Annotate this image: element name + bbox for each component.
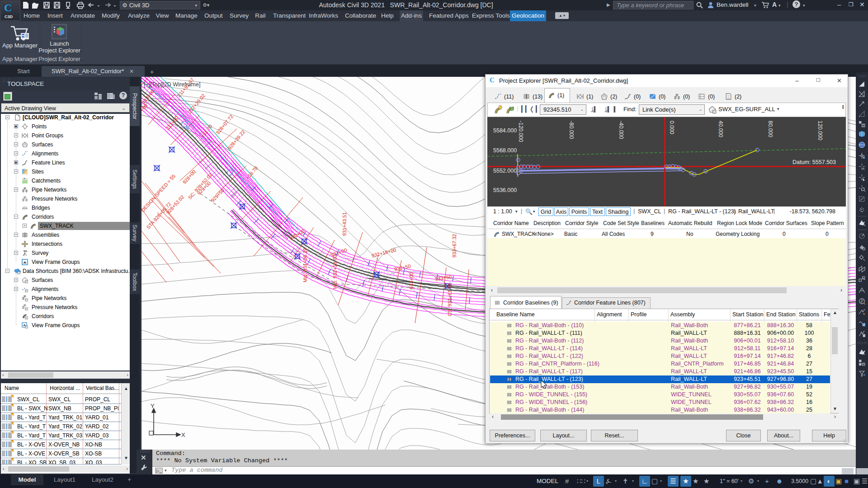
svg-text:933+00: 933+00 — [409, 272, 414, 289]
svg-text:40.000: 40.000 — [717, 121, 724, 137]
svg-text:A: A — [863, 167, 865, 170]
svg-text:+19.70: +19.70 — [245, 165, 259, 181]
svg-text:Mid: 931+06.19: Mid: 931+06.19 — [302, 248, 308, 282]
svg-text:[−][Top][2D Wireframe]: [−][Top][2D Wireframe] — [144, 81, 200, 88]
svg-text:-120.000: -120.000 — [518, 121, 524, 142]
svg-text:-80.000: -80.000 — [568, 121, 575, 139]
svg-text:80.000: 80.000 — [767, 121, 774, 137]
svg-text:928+39.22: 928+39.22 — [226, 129, 246, 150]
svg-text:X: X — [181, 432, 185, 438]
svg-text:928+07.72: 928+07.72 — [215, 113, 234, 135]
svg-text:Y: Y — [151, 403, 155, 409]
svg-text:929+50: 929+50 — [210, 188, 226, 203]
svg-text:CS: 933+61.32: CS: 933+61.32 — [447, 283, 453, 316]
svg-text:-40.000: -40.000 — [618, 121, 624, 139]
svg-text:120.000: 120.000 — [817, 121, 823, 141]
svg-text:5568.000: 5568.000 — [493, 147, 517, 154]
svg-text:931+43.51: 931+43.51 — [342, 212, 347, 236]
svg-text:932+18+00: 932+18+00 — [371, 247, 397, 258]
svg-text:0.000: 0.000 — [669, 121, 675, 134]
svg-text:5536.000: 5536.000 — [493, 187, 517, 193]
svg-text:5584.000: 5584.000 — [493, 127, 517, 134]
svg-text:933+67.32: 933+67.32 — [452, 234, 457, 258]
svg-text:5552.000: 5552.000 — [493, 168, 517, 174]
svg-text:Datum: 5557.503: Datum: 5557.503 — [793, 159, 836, 165]
svg-text:Mid: 932+18.00: Mid: 932+18.00 — [332, 255, 338, 289]
